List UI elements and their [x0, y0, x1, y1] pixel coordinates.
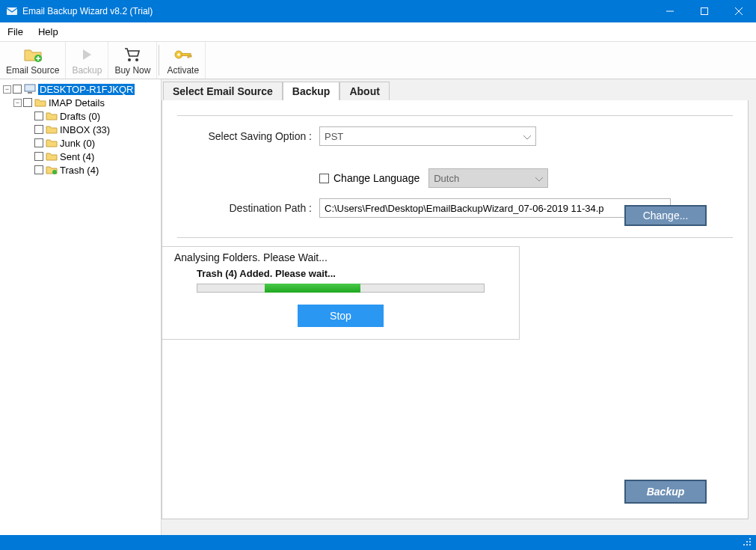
language-select: Dutch	[428, 168, 548, 188]
menu-file[interactable]: File	[0, 26, 31, 37]
toolbar-activate-label: Activate	[167, 65, 199, 76]
main-panel: Select Email Source Backup About Select …	[161, 79, 756, 535]
tree-folder-label: Junk (0)	[60, 138, 95, 149]
divider	[177, 115, 733, 116]
status-bar	[0, 535, 756, 550]
tree-folder-junk[interactable]: Junk (0)	[3, 136, 161, 150]
app-icon	[6, 5, 18, 17]
toolbar-activate[interactable]: Activate	[161, 42, 206, 79]
tree-folder-label: Sent (4)	[60, 151, 94, 162]
collapse-icon[interactable]: −	[3, 85, 11, 94]
svg-rect-0	[7, 7, 17, 15]
tree-root-label: DESKTOP-R1FJKQR	[38, 84, 135, 95]
tab-content-backup: Select Saving Option : PST Change Langua…	[162, 100, 749, 519]
chevron-down-icon	[523, 131, 531, 142]
change-language-checkbox[interactable]	[319, 174, 329, 183]
folder-icon	[46, 138, 58, 148]
tree-checkbox[interactable]	[34, 152, 43, 161]
play-icon	[79, 46, 94, 64]
close-button[interactable]	[722, 0, 756, 22]
tree-checkbox[interactable]	[34, 111, 43, 120]
toolbar-backup-label: Backup	[72, 65, 102, 76]
svg-point-20	[746, 541, 748, 543]
collapse-icon[interactable]: −	[13, 99, 22, 107]
key-icon	[173, 46, 193, 64]
tab-about[interactable]: About	[339, 82, 389, 100]
svg-rect-13	[25, 85, 35, 91]
tab-select-source[interactable]: Select Email Source	[163, 82, 283, 100]
minimize-button[interactable]	[653, 0, 687, 22]
toolbar-separator	[159, 45, 159, 76]
tree-imap-label: IMAP Details	[49, 97, 105, 109]
tree-checkbox[interactable]	[23, 98, 32, 107]
svg-point-15	[52, 170, 57, 174]
tree-checkbox[interactable]	[34, 165, 43, 174]
backup-button[interactable]: Backup	[624, 480, 707, 504]
svg-point-9	[177, 53, 180, 56]
progress-subtitle: Trash (4) Added. Please wait...	[197, 268, 507, 279]
tree-checkbox[interactable]	[34, 138, 43, 147]
svg-point-16	[749, 544, 751, 546]
resize-grip-icon[interactable]	[743, 536, 752, 549]
tree-checkbox[interactable]	[13, 85, 22, 94]
svg-point-6	[128, 58, 131, 61]
tree-folder-sent[interactable]: Sent (4)	[3, 150, 161, 163]
tab-backup[interactable]: Backup	[283, 82, 340, 100]
folder-tree: − DESKTOP-R1FJKQR − IMAP Details Drafts …	[0, 79, 161, 535]
window-titlebar: Email Backup Wizard v8.2 (Trial)	[0, 0, 756, 22]
svg-rect-11	[188, 55, 189, 58]
maximize-button[interactable]	[687, 0, 722, 22]
svg-rect-2	[701, 8, 708, 15]
svg-point-19	[743, 544, 745, 546]
tree-folder-label: Trash (4)	[60, 165, 99, 176]
tab-bar: Select Email Source Backup About	[162, 81, 756, 100]
folder-icon	[46, 111, 58, 121]
progress-panel: Analysing Folders. Please Wait... Trash …	[162, 246, 520, 340]
toolbar-email-source[interactable]: Email Source	[0, 42, 66, 79]
stop-button[interactable]: Stop	[298, 305, 384, 327]
tree-folder-drafts[interactable]: Drafts (0)	[3, 109, 161, 123]
destination-path-value: C:\Users\Fred\Desktop\EmailBackupWizard_…	[325, 203, 604, 214]
toolbar: Email Source Backup Buy Now Activate	[0, 42, 756, 79]
saving-option-value: PST	[325, 131, 343, 142]
change-language-label: Change Language	[334, 172, 420, 184]
tree-folder-label: Drafts (0)	[60, 111, 100, 122]
trash-folder-icon	[46, 165, 58, 175]
folder-icon	[34, 97, 46, 108]
menubar: File Help	[0, 22, 756, 42]
tree-folder-trash[interactable]: Trash (4)	[3, 163, 161, 177]
chevron-down-icon	[535, 173, 543, 184]
tree-folder-label: INBOX (33)	[60, 124, 110, 135]
folder-icon	[46, 151, 58, 162]
toolbar-buy-now[interactable]: Buy Now	[108, 42, 157, 79]
toolbar-buy-label: Buy Now	[114, 65, 150, 76]
svg-rect-12	[190, 55, 191, 57]
toolbar-backup[interactable]: Backup	[66, 42, 108, 79]
svg-point-18	[749, 541, 751, 543]
cart-icon	[123, 46, 141, 64]
progress-bar	[197, 284, 485, 293]
folder-add-icon	[23, 46, 43, 64]
svg-point-21	[749, 538, 751, 540]
folder-icon	[46, 124, 58, 135]
tree-checkbox[interactable]	[34, 125, 43, 134]
destination-label: Destination Path :	[177, 202, 312, 214]
change-button[interactable]: Change...	[624, 205, 707, 226]
svg-rect-14	[28, 92, 32, 94]
window-title: Email Backup Wizard v8.2 (Trial)	[22, 6, 653, 16]
progress-fill	[265, 284, 360, 293]
toolbar-email-source-label: Email Source	[6, 65, 59, 76]
language-value: Dutch	[434, 173, 459, 184]
saving-option-label: Select Saving Option :	[177, 130, 312, 142]
computer-icon	[24, 84, 36, 94]
tree-root[interactable]: − DESKTOP-R1FJKQR	[3, 82, 161, 96]
tree-imap[interactable]: − IMAP Details	[3, 96, 161, 109]
destination-path-input[interactable]: C:\Users\Fred\Desktop\EmailBackupWizard_…	[319, 198, 671, 218]
menu-help[interactable]: Help	[31, 26, 66, 37]
svg-point-17	[746, 544, 748, 546]
saving-option-select[interactable]: PST	[319, 126, 536, 146]
svg-point-7	[135, 58, 138, 61]
divider	[177, 237, 733, 238]
progress-title: Analysing Folders. Please Wait...	[174, 251, 507, 263]
tree-folder-inbox[interactable]: INBOX (33)	[3, 123, 161, 136]
